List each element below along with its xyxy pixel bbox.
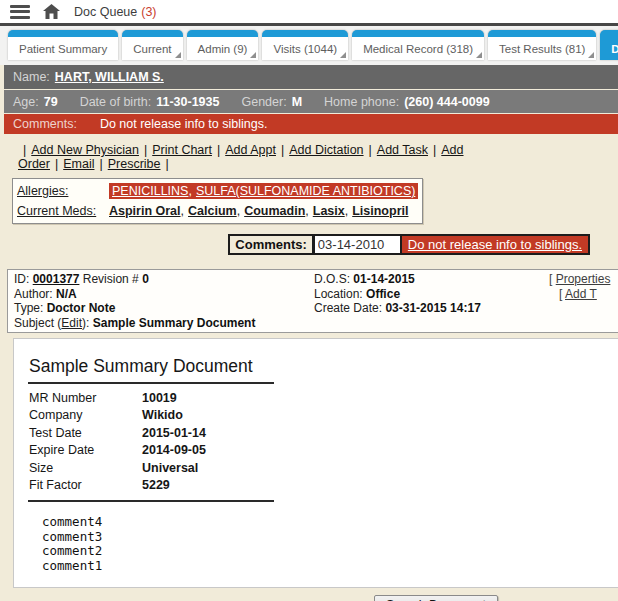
phone-value: (260) 444-0099 — [404, 95, 489, 109]
add-dictation-link[interactable]: Add Dictation — [289, 143, 363, 157]
allergy-meds-panel: Allergies: PENICILLINS,SULFA(SULFONAMIDE… — [12, 178, 423, 224]
age-label: Age: — [13, 95, 39, 109]
table-row: Test Date2015-01-14 — [29, 424, 274, 442]
properties-line: [ Properties — [549, 272, 610, 287]
comment-line: comment4 — [42, 515, 618, 530]
med-coumadin-link[interactable]: Coumadin — [244, 204, 305, 218]
meta-right-column: [ Properties [ Add T — [549, 272, 610, 301]
table-row: CompanyWikido — [29, 407, 274, 425]
meta-location-line: Location: Office — [314, 287, 554, 302]
meta-author-line: Author: N/A — [14, 287, 314, 302]
print-chart-link[interactable]: Print Chart — [152, 143, 212, 157]
med-aspirin-link[interactable]: Aspirin Oral — [109, 204, 181, 218]
table-row: MR Number10019 — [29, 389, 274, 407]
patient-alert-bar: Comments: Do not release info to sibling… — [4, 114, 618, 134]
meta-type-line: Type: Doctor Note — [14, 301, 314, 316]
search-document-button[interactable]: Search Document — [374, 595, 498, 601]
name-label: Name: — [13, 70, 50, 84]
dob-value: 11-30-1935 — [156, 95, 219, 109]
document-field-table: MR Number10019 CompanyWikido Test Date20… — [28, 384, 274, 502]
document-viewer: Sample Summary Document MR Number10019 C… — [13, 338, 618, 588]
meta-left-column: ID: 0001377 Revision # 0 Author: N/A Typ… — [14, 272, 314, 330]
top-bar: Doc Queue (3) — [0, 0, 618, 23]
email-link[interactable]: Email — [63, 157, 94, 171]
patient-name-link[interactable]: HART, WILLIAM S. — [55, 70, 164, 84]
table-row: SizeUniversal — [29, 459, 274, 477]
comments-note-chip[interactable]: Do not release info to siblings. — [402, 234, 590, 255]
comments-date-input[interactable] — [314, 234, 402, 255]
alert-label: Comments: — [13, 117, 77, 131]
add-task-link[interactable]: Add Task — [377, 143, 428, 157]
current-meds-label: Current Meds: — [17, 204, 109, 218]
allergies-label: Allergies: — [17, 184, 109, 198]
tab-patient-summary[interactable]: Patient Summary — [8, 30, 118, 60]
tab-current[interactable]: Current — [122, 30, 182, 60]
meta-middle-column: D.O.S: 01-14-2015 Location: Office Creat… — [314, 272, 554, 330]
allergies-row: Allergies: PENICILLINS,SULFA(SULFONAMIDE… — [17, 181, 418, 201]
menu-icon[interactable] — [10, 5, 30, 19]
tab-document-storage[interactable]: Document S — [600, 30, 618, 60]
patient-banner: Name: HART, WILLIAM S. Age:79 Date of bi… — [4, 65, 618, 134]
allergy-alert-chip: PENICILLINS,SULFA(SULFONAMIDE ANTIBIOTIC… — [109, 183, 418, 199]
document-comments-list: comment4 comment3 comment2 comment1 — [42, 515, 618, 573]
create-date-value: 03-31-2015 14:17 — [385, 301, 480, 315]
meta-dos-line: D.O.S: 01-14-2015 — [314, 272, 554, 287]
author-value: N/A — [56, 287, 77, 301]
age-value: 79 — [44, 95, 58, 109]
gender-value: M — [292, 95, 302, 109]
tab-visits[interactable]: Visits (1044) — [262, 30, 348, 60]
revision-value: 0 — [142, 272, 149, 286]
tab-bar: Patient Summary Current Admin (9) Visits… — [0, 26, 618, 65]
comment-line: comment1 — [42, 559, 618, 574]
subject-value: Sample Summary Document — [93, 316, 256, 330]
add-line: [ Add T — [549, 287, 610, 302]
action-links-row: |Add New Physician|Print Chart|Add Appt|… — [18, 143, 618, 171]
add-link[interactable]: Add T — [565, 287, 597, 301]
meta-create-date-line: Create Date: 03-31-2015 14:17 — [314, 301, 554, 316]
page-title: Doc Queue — [74, 5, 137, 19]
allergy-penicillins-link[interactable]: PENICILLINS — [112, 184, 188, 198]
document-meta-panel: ID: 0001377 Revision # 0 Author: N/A Typ… — [7, 269, 618, 333]
tab-medical-record[interactable]: Medical Record (318) — [352, 30, 484, 60]
table-row: Expire Date2014-09-05 — [29, 442, 274, 460]
gender-label: Gender: — [241, 95, 286, 109]
allergy-sulfa-link[interactable]: SULFA(SULFONAMIDE ANTIBIOTICS) — [196, 184, 415, 198]
patient-demographics-bar: Age:79 Date of birth:11-30-1935 Gender:M… — [4, 90, 618, 113]
comments-label: Comments: — [228, 234, 314, 255]
subject-edit-link[interactable]: Edit — [61, 316, 82, 330]
patient-name-bar: Name: HART, WILLIAM S. — [4, 65, 618, 89]
comment-line: comment2 — [42, 544, 618, 559]
med-lisinopril-link[interactable]: Lisinopril — [352, 204, 408, 218]
footer-actions: Search Document — [374, 595, 618, 601]
location-value: Office — [366, 287, 400, 301]
add-appt-link[interactable]: Add Appt — [225, 143, 276, 157]
tab-test-results[interactable]: Test Results (81) — [488, 30, 596, 60]
properties-link[interactable]: Properties — [556, 272, 611, 286]
phone-label: Home phone: — [324, 95, 399, 109]
meta-id-line: ID: 0001377 Revision # 0 — [14, 272, 314, 287]
home-icon[interactable] — [43, 4, 60, 19]
comment-line: comment3 — [42, 530, 618, 545]
comments-row: Comments: Do not release info to sibling… — [228, 234, 590, 255]
document-title: Sample Summary Document — [28, 356, 274, 384]
prescribe-link[interactable]: Prescribe — [108, 157, 161, 171]
meta-subject-line: Subject (Edit): Sample Summary Document — [14, 316, 314, 331]
queue-count-badge: (3) — [141, 5, 156, 19]
med-lasix-link[interactable]: Lasix — [313, 204, 345, 218]
document-id-link[interactable]: 0001377 — [33, 272, 80, 286]
alert-text: Do not release info to siblings. — [100, 117, 267, 131]
table-row: Fit Factor5229 — [29, 477, 274, 495]
add-new-physician-link[interactable]: Add New Physician — [31, 143, 139, 157]
dos-value: 01-14-2015 — [353, 272, 414, 286]
med-calcium-link[interactable]: Calcium — [188, 204, 237, 218]
tab-admin[interactable]: Admin (9) — [187, 30, 259, 60]
type-value: Doctor Note — [47, 301, 116, 315]
current-meds-row: Current Meds: Aspirin Oral,Calcium,Couma… — [17, 201, 418, 221]
dob-label: Date of birth: — [80, 95, 152, 109]
